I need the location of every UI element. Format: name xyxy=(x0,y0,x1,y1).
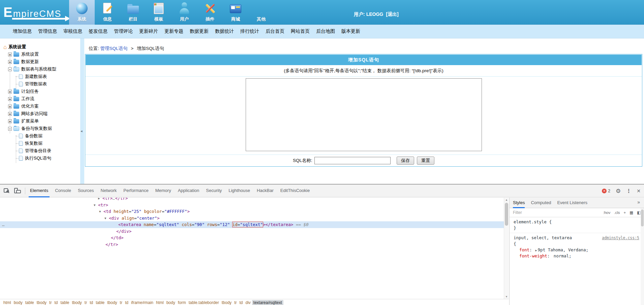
tree-item[interactable]: 管理备份目录 xyxy=(3,147,80,155)
dom-breadcrumb-item[interactable]: tr xyxy=(119,300,124,305)
devtools-tab[interactable]: Elements xyxy=(27,185,52,197)
dom-breadcrumb-item[interactable]: table.tableborder xyxy=(187,300,220,305)
css-property[interactable]: font-weight: normal; xyxy=(514,253,644,259)
dom-node[interactable]: </tr> xyxy=(0,241,504,248)
tree-item[interactable]: 恢复数据 xyxy=(3,140,80,147)
expand-toggle-icon[interactable] xyxy=(8,119,12,123)
secondary-nav-item[interactable]: 版本更新 xyxy=(341,28,360,34)
expand-toggle-icon[interactable] xyxy=(8,127,12,131)
tree-item[interactable]: 数据更新 xyxy=(3,58,80,65)
dom-breadcrumb-item[interactable]: div xyxy=(244,300,252,305)
styles-tool-button[interactable]: .cls xyxy=(614,211,620,215)
empirecms-logo[interactable]: EmpireCMS xyxy=(3,2,74,23)
dom-breadcrumb-item[interactable]: td xyxy=(88,300,94,305)
dom-breadcrumb-item[interactable]: body xyxy=(12,300,24,305)
top-menu-item[interactable]: 商城 xyxy=(223,0,248,25)
expand-toggle-icon[interactable] xyxy=(8,67,12,71)
inspect-element-icon[interactable] xyxy=(3,187,11,195)
secondary-nav-item[interactable]: 后台首页 xyxy=(266,28,284,34)
dom-breadcrumb-item[interactable]: tbody xyxy=(106,300,118,305)
css-rule-selector[interactable]: adminstyle.css:5 input, select, textarea xyxy=(514,235,644,241)
scroll-down-icon[interactable]: ▼ xyxy=(504,295,509,298)
tree-item[interactable]: 优化方案 xyxy=(3,103,80,110)
hover-ellipsis-icon[interactable]: … xyxy=(2,221,5,228)
tree-item[interactable]: 数据表与系统模型 xyxy=(3,65,80,73)
dom-breadcrumb-item[interactable]: tbody xyxy=(220,300,233,305)
dom-node[interactable]: ▼<tr> xyxy=(0,202,504,209)
devtools-tab[interactable]: Lighthouse xyxy=(225,185,253,197)
expand-toggle-icon[interactable] xyxy=(8,60,12,64)
expand-toggle-icon[interactable] xyxy=(8,105,12,108)
top-menu-item[interactable]: 信息 xyxy=(95,0,120,25)
dom-breadcrumb-item[interactable]: html xyxy=(2,300,12,305)
logout-link[interactable]: [退出] xyxy=(386,11,398,17)
dom-breadcrumb-item[interactable]: tbody xyxy=(35,300,48,305)
dom-breadcrumb-item[interactable]: tr xyxy=(233,300,238,305)
top-menu-item[interactable]: 栏目 xyxy=(120,0,146,25)
devtools-tab[interactable]: Application xyxy=(175,185,203,197)
top-menu-item[interactable]: 其他 xyxy=(248,0,274,25)
dom-breadcrumb-item[interactable]: form xyxy=(177,300,187,305)
dom-node[interactable]: </div> xyxy=(0,228,504,235)
styles-tool-button[interactable]: + xyxy=(624,211,626,215)
tree-item[interactable]: 执行SQL语句 xyxy=(3,155,80,162)
expand-toggle-icon[interactable] xyxy=(8,90,12,93)
device-toolbar-icon[interactable] xyxy=(13,187,22,195)
tree-item[interactable]: 新建数据表 xyxy=(3,73,80,80)
devtools-tab[interactable]: Security xyxy=(203,185,225,197)
kebab-menu-icon[interactable]: ⋮ xyxy=(626,188,631,194)
styles-tab[interactable]: Computed xyxy=(531,198,551,208)
save-button[interactable]: 保存 xyxy=(397,157,414,165)
dom-breadcrumb-item[interactable]: table xyxy=(24,300,35,305)
styles-tool-button[interactable]: :hov xyxy=(603,211,611,215)
dom-node[interactable]: ▼<div align="center"> xyxy=(0,215,504,222)
top-menu-item[interactable]: 模板 xyxy=(146,0,172,25)
dom-breadcrumb-item[interactable]: tr xyxy=(48,300,53,305)
dom-breadcrumb-item[interactable]: html xyxy=(155,300,165,305)
dom-breadcrumb-item[interactable]: td xyxy=(124,300,130,305)
secondary-nav-item[interactable]: 排行统计 xyxy=(240,28,259,34)
dom-breadcrumb-item[interactable]: tbody xyxy=(70,300,83,305)
tree-root[interactable]: ⌂ 系统设置 xyxy=(3,43,80,51)
secondary-nav-item[interactable]: 更新碎片 xyxy=(139,28,158,34)
secondary-nav-item[interactable]: 管理信息 xyxy=(38,28,57,34)
expand-toggle-icon[interactable] xyxy=(8,112,12,116)
styles-tool-button[interactable]: ▦ xyxy=(630,210,633,215)
scrollbar-thumb[interactable] xyxy=(505,203,508,226)
scrollbar-thumb[interactable] xyxy=(641,210,644,226)
expand-toggle-icon[interactable] xyxy=(8,53,12,56)
devtools-tab[interactable]: Memory xyxy=(152,185,175,197)
sidebar-splitter[interactable]: ◂ xyxy=(80,38,84,184)
styles-tab[interactable]: Event Listeners xyxy=(557,198,587,208)
settings-gear-icon[interactable]: ⚙ xyxy=(616,188,621,194)
collapse-sidebar-icon[interactable]: ◂ xyxy=(81,129,83,133)
dom-breadcrumb-item[interactable]: tr xyxy=(83,300,88,305)
tree-item[interactable]: 扩展菜单 xyxy=(3,117,80,125)
expand-shorthand-icon[interactable]: ▶ xyxy=(535,249,537,252)
dom-breadcrumb-item[interactable]: table xyxy=(94,300,106,305)
dom-node[interactable]: </td> xyxy=(0,234,504,241)
devtools-tab[interactable]: Sources xyxy=(74,185,97,197)
secondary-nav-item[interactable]: 网站首页 xyxy=(291,28,310,34)
secondary-nav-item[interactable]: 管理评论 xyxy=(114,28,133,34)
console-error-badge[interactable]: ✕ 2 xyxy=(602,189,610,193)
sql-name-input[interactable] xyxy=(314,157,391,164)
devtools-tab[interactable]: HackBar xyxy=(253,185,277,197)
devtools-tab[interactable]: Console xyxy=(52,185,74,197)
tree-item[interactable]: 备份与恢复数据 xyxy=(3,125,80,132)
tree-item[interactable]: 系统设置 xyxy=(3,51,80,58)
dom-node[interactable]: ▶<tr>…</tr> xyxy=(0,198,504,202)
tree-item[interactable]: 管理数据表 xyxy=(3,80,80,88)
devtools-tab[interactable]: Performance xyxy=(120,185,152,197)
top-menu-item[interactable]: 系统 xyxy=(69,0,95,25)
expand-toggle-icon[interactable] xyxy=(8,97,12,101)
secondary-nav-item[interactable]: 数据更新 xyxy=(190,28,209,34)
tree-item[interactable]: 备份数据 xyxy=(3,132,80,140)
stylesheet-link[interactable]: adminstyle.css:5 xyxy=(602,235,639,241)
top-menu-item[interactable]: 插件 xyxy=(197,0,223,25)
more-tabs-icon[interactable]: » xyxy=(637,199,640,205)
filter-input[interactable]: Filter xyxy=(513,210,522,215)
breadcrumb-link[interactable]: 管理SQL语句 xyxy=(100,46,128,51)
dom-breadcrumb-item[interactable]: table xyxy=(59,300,70,305)
tree-item[interactable]: 计划任务 xyxy=(3,88,80,95)
